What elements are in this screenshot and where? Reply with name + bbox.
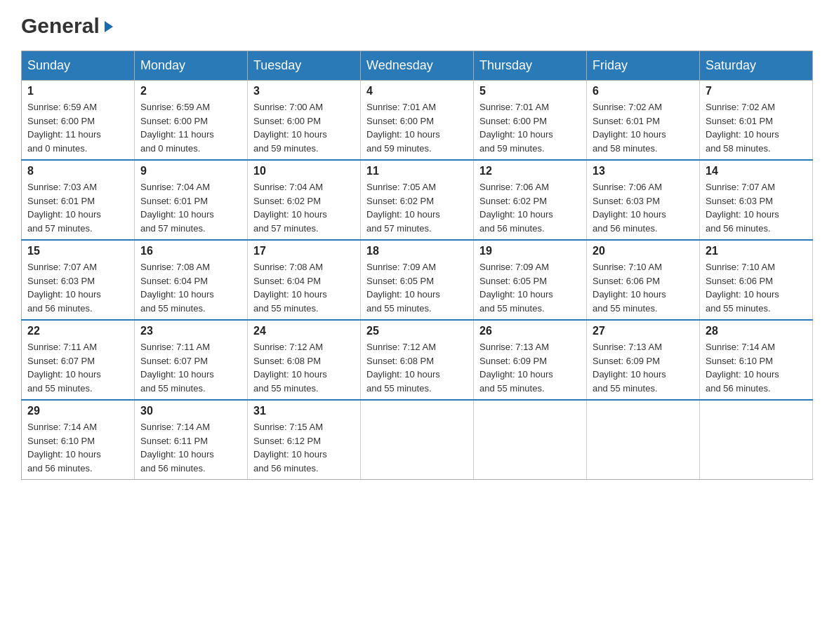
day-number: 28 xyxy=(706,325,807,337)
calendar-cell: 27Sunrise: 7:13 AMSunset: 6:09 PMDayligh… xyxy=(587,320,700,400)
day-info: Sunrise: 7:14 AMSunset: 6:10 PMDaylight:… xyxy=(27,420,128,475)
day-info: Sunrise: 6:59 AMSunset: 6:00 PMDaylight:… xyxy=(140,100,241,155)
calendar-cell: 13Sunrise: 7:06 AMSunset: 6:03 PMDayligh… xyxy=(587,160,700,240)
day-info: Sunrise: 7:08 AMSunset: 6:04 PMDaylight:… xyxy=(140,260,241,315)
calendar-header-row: SundayMondayTuesdayWednesdayThursdayFrid… xyxy=(22,51,813,81)
day-number: 9 xyxy=(140,165,241,177)
calendar-cell: 23Sunrise: 7:11 AMSunset: 6:07 PMDayligh… xyxy=(135,320,248,400)
day-info: Sunrise: 7:10 AMSunset: 6:06 PMDaylight:… xyxy=(706,260,807,315)
calendar-week-row: 29Sunrise: 7:14 AMSunset: 6:10 PMDayligh… xyxy=(22,400,813,480)
day-info: Sunrise: 7:14 AMSunset: 6:10 PMDaylight:… xyxy=(706,340,807,395)
day-info: Sunrise: 6:59 AMSunset: 6:00 PMDaylight:… xyxy=(27,100,128,155)
calendar-header-monday: Monday xyxy=(135,51,248,81)
calendar-cell: 7Sunrise: 7:02 AMSunset: 6:01 PMDaylight… xyxy=(700,81,813,161)
day-number: 24 xyxy=(253,325,355,337)
day-number: 18 xyxy=(366,245,468,257)
logo-line1: General xyxy=(21,14,114,38)
day-number: 26 xyxy=(479,325,581,337)
day-info: Sunrise: 7:09 AMSunset: 6:05 PMDaylight:… xyxy=(479,260,581,315)
day-number: 6 xyxy=(593,85,694,98)
day-number: 14 xyxy=(706,165,807,177)
day-info: Sunrise: 7:02 AMSunset: 6:01 PMDaylight:… xyxy=(706,100,807,155)
calendar-cell: 8Sunrise: 7:03 AMSunset: 6:01 PMDaylight… xyxy=(22,160,135,240)
day-info: Sunrise: 7:06 AMSunset: 6:02 PMDaylight:… xyxy=(479,180,581,235)
calendar-week-row: 15Sunrise: 7:07 AMSunset: 6:03 PMDayligh… xyxy=(22,240,813,320)
day-number: 20 xyxy=(593,245,694,257)
calendar-cell: 24Sunrise: 7:12 AMSunset: 6:08 PMDayligh… xyxy=(248,320,361,400)
calendar-cell: 2Sunrise: 6:59 AMSunset: 6:00 PMDaylight… xyxy=(135,81,248,161)
calendar-cell: 28Sunrise: 7:14 AMSunset: 6:10 PMDayligh… xyxy=(700,320,813,400)
day-number: 15 xyxy=(27,245,128,257)
day-info: Sunrise: 7:01 AMSunset: 6:00 PMDaylight:… xyxy=(479,100,581,155)
day-info: Sunrise: 7:03 AMSunset: 6:01 PMDaylight:… xyxy=(27,180,128,235)
calendar-header-tuesday: Tuesday xyxy=(248,51,361,81)
day-info: Sunrise: 7:13 AMSunset: 6:09 PMDaylight:… xyxy=(479,340,581,395)
calendar-cell xyxy=(474,400,587,480)
calendar-cell xyxy=(700,400,813,480)
calendar-cell: 9Sunrise: 7:04 AMSunset: 6:01 PMDaylight… xyxy=(135,160,248,240)
calendar-cell: 20Sunrise: 7:10 AMSunset: 6:06 PMDayligh… xyxy=(587,240,700,320)
day-info: Sunrise: 7:13 AMSunset: 6:09 PMDaylight:… xyxy=(593,340,694,395)
day-number: 16 xyxy=(140,245,241,257)
calendar-cell: 6Sunrise: 7:02 AMSunset: 6:01 PMDaylight… xyxy=(587,81,700,161)
calendar-week-row: 1Sunrise: 6:59 AMSunset: 6:00 PMDaylight… xyxy=(22,81,813,161)
day-number: 29 xyxy=(27,405,128,417)
calendar-cell: 19Sunrise: 7:09 AMSunset: 6:05 PMDayligh… xyxy=(474,240,587,320)
day-number: 4 xyxy=(366,85,468,98)
day-info: Sunrise: 7:08 AMSunset: 6:04 PMDaylight:… xyxy=(253,260,355,315)
calendar-cell: 10Sunrise: 7:04 AMSunset: 6:02 PMDayligh… xyxy=(248,160,361,240)
calendar-cell: 22Sunrise: 7:11 AMSunset: 6:07 PMDayligh… xyxy=(22,320,135,400)
calendar-cell: 25Sunrise: 7:12 AMSunset: 6:08 PMDayligh… xyxy=(361,320,474,400)
day-number: 3 xyxy=(253,85,355,98)
day-number: 8 xyxy=(27,165,128,177)
calendar-header-wednesday: Wednesday xyxy=(361,51,474,81)
day-info: Sunrise: 7:04 AMSunset: 6:02 PMDaylight:… xyxy=(253,180,355,235)
day-info: Sunrise: 7:15 AMSunset: 6:12 PMDaylight:… xyxy=(253,420,355,475)
day-info: Sunrise: 7:12 AMSunset: 6:08 PMDaylight:… xyxy=(253,340,355,395)
logo-text-general: General xyxy=(21,14,100,38)
calendar-cell: 4Sunrise: 7:01 AMSunset: 6:00 PMDaylight… xyxy=(361,81,474,161)
logo-triangle-icon xyxy=(102,20,114,32)
day-number: 10 xyxy=(253,165,355,177)
day-number: 30 xyxy=(140,405,241,417)
day-number: 1 xyxy=(27,85,128,98)
day-number: 11 xyxy=(366,165,468,177)
day-number: 25 xyxy=(366,325,468,337)
day-number: 27 xyxy=(593,325,694,337)
page-header: General xyxy=(21,14,813,36)
calendar-header-thursday: Thursday xyxy=(474,51,587,81)
calendar-cell: 3Sunrise: 7:00 AMSunset: 6:00 PMDaylight… xyxy=(248,81,361,161)
day-number: 19 xyxy=(479,245,581,257)
day-info: Sunrise: 7:05 AMSunset: 6:02 PMDaylight:… xyxy=(366,180,468,235)
calendar-cell: 14Sunrise: 7:07 AMSunset: 6:03 PMDayligh… xyxy=(700,160,813,240)
calendar-header-saturday: Saturday xyxy=(700,51,813,81)
day-info: Sunrise: 7:10 AMSunset: 6:06 PMDaylight:… xyxy=(593,260,694,315)
day-number: 23 xyxy=(140,325,241,337)
calendar-cell: 26Sunrise: 7:13 AMSunset: 6:09 PMDayligh… xyxy=(474,320,587,400)
svg-marker-0 xyxy=(105,21,113,32)
day-info: Sunrise: 7:07 AMSunset: 6:03 PMDaylight:… xyxy=(27,260,128,315)
day-number: 21 xyxy=(706,245,807,257)
calendar-cell: 12Sunrise: 7:06 AMSunset: 6:02 PMDayligh… xyxy=(474,160,587,240)
calendar-cell xyxy=(587,400,700,480)
logo: General xyxy=(21,14,114,36)
calendar-cell: 21Sunrise: 7:10 AMSunset: 6:06 PMDayligh… xyxy=(700,240,813,320)
calendar-cell: 30Sunrise: 7:14 AMSunset: 6:11 PMDayligh… xyxy=(135,400,248,480)
calendar-table: SundayMondayTuesdayWednesdayThursdayFrid… xyxy=(21,51,813,480)
calendar-cell: 1Sunrise: 6:59 AMSunset: 6:00 PMDaylight… xyxy=(22,81,135,161)
day-info: Sunrise: 7:06 AMSunset: 6:03 PMDaylight:… xyxy=(593,180,694,235)
calendar-cell: 17Sunrise: 7:08 AMSunset: 6:04 PMDayligh… xyxy=(248,240,361,320)
calendar-cell: 29Sunrise: 7:14 AMSunset: 6:10 PMDayligh… xyxy=(22,400,135,480)
day-number: 2 xyxy=(140,85,241,98)
calendar-week-row: 8Sunrise: 7:03 AMSunset: 6:01 PMDaylight… xyxy=(22,160,813,240)
day-info: Sunrise: 7:07 AMSunset: 6:03 PMDaylight:… xyxy=(706,180,807,235)
calendar-cell: 15Sunrise: 7:07 AMSunset: 6:03 PMDayligh… xyxy=(22,240,135,320)
day-info: Sunrise: 7:02 AMSunset: 6:01 PMDaylight:… xyxy=(593,100,694,155)
day-number: 31 xyxy=(253,405,355,417)
day-info: Sunrise: 7:09 AMSunset: 6:05 PMDaylight:… xyxy=(366,260,468,315)
day-number: 17 xyxy=(253,245,355,257)
calendar-header-friday: Friday xyxy=(587,51,700,81)
day-number: 13 xyxy=(593,165,694,177)
calendar-cell xyxy=(361,400,474,480)
day-info: Sunrise: 7:14 AMSunset: 6:11 PMDaylight:… xyxy=(140,420,241,475)
